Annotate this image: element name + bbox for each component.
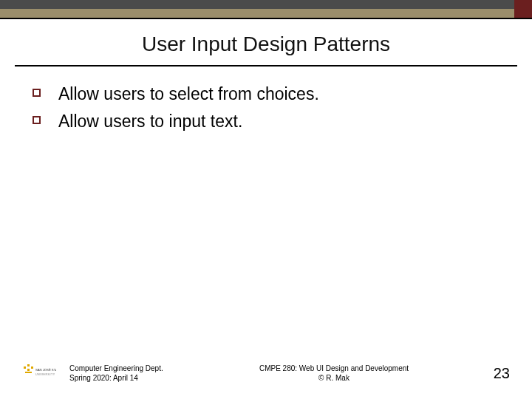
footer-center: CMPE 280: Web UI Design and Development … [202, 364, 466, 383]
footer-dept: Computer Engineering Dept. [69, 364, 202, 373]
svg-rect-2 [31, 366, 33, 369]
footer-course: CMPE 280: Web UI Design and Development [202, 364, 466, 373]
title-block: User Input Design Patterns [0, 19, 532, 62]
bullet-icon [33, 89, 41, 97]
university-logo: SAN JOSÉ STATE UNIVERSITY [22, 362, 56, 384]
top-bar-olive [0, 9, 532, 18]
decorative-top-bars [0, 0, 532, 19]
svg-rect-0 [24, 366, 26, 369]
svg-rect-3 [27, 369, 30, 371]
svg-rect-1 [27, 364, 30, 366]
bullet-text: Allow users to select from choices. [58, 83, 319, 106]
slide: User Input Design Patterns Allow users t… [0, 0, 532, 399]
footer-date: Spring 2020: April 14 [69, 373, 202, 383]
top-bar-accent [514, 0, 532, 18]
list-item: Allow users to input text. [33, 110, 510, 133]
page-number: 23 [466, 365, 510, 382]
svg-text:UNIVERSITY: UNIVERSITY [35, 373, 55, 376]
footer-copyright: © R. Mak [202, 373, 466, 383]
footer-left: Computer Engineering Dept. Spring 2020: … [69, 364, 202, 383]
top-bar-gray [0, 0, 532, 9]
list-item: Allow users to select from choices. [33, 83, 510, 106]
bullet-text: Allow users to input text. [58, 110, 242, 133]
logo-icon: SAN JOSÉ STATE UNIVERSITY [22, 362, 56, 384]
slide-title: User Input Design Patterns [0, 33, 532, 56]
content-area: Allow users to select from choices. Allo… [0, 66, 532, 133]
svg-rect-4 [25, 372, 32, 373]
bullet-icon [33, 116, 41, 124]
footer: SAN JOSÉ STATE UNIVERSITY Computer Engin… [0, 362, 532, 384]
svg-text:SAN JOSÉ STATE: SAN JOSÉ STATE [35, 368, 56, 372]
